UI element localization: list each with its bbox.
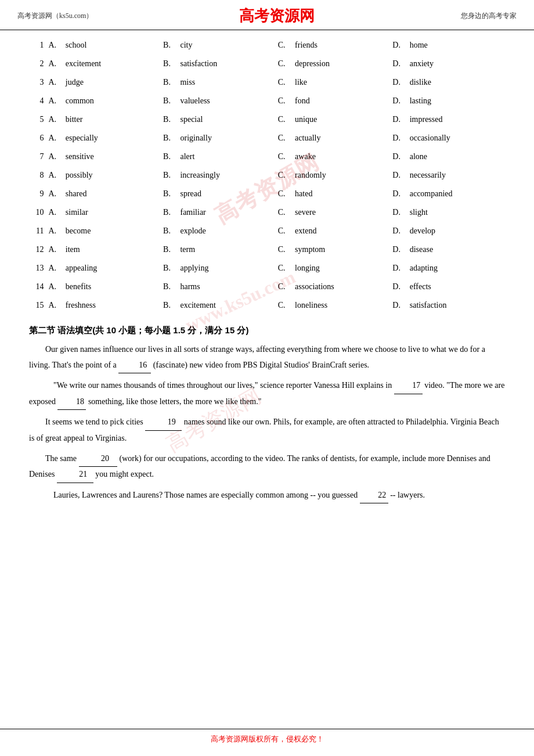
passage-p1: Our given names influence our lives in a… — [29, 342, 505, 373]
table-row: 3 A. judge B. miss C. like D. dislike — [29, 73, 505, 92]
option-c-value: friends — [293, 36, 390, 55]
option-a-label: A. — [46, 185, 63, 203]
option-a-value: shared — [63, 185, 161, 203]
option-b-label: B. — [161, 36, 178, 55]
option-d-label: D. — [390, 166, 407, 185]
option-c-value: actually — [293, 129, 390, 147]
option-c-label: C. — [276, 259, 293, 278]
option-d-label: D. — [390, 73, 407, 92]
table-row: 15 A. freshness B. excitement C. lonelin… — [29, 296, 505, 315]
section2-title: 第二节 语法填空(共 10 小题；每小题 1.5 分，满分 15 分) — [29, 325, 505, 336]
option-b-label: B. — [161, 147, 178, 166]
option-b-label: B. — [161, 222, 178, 240]
option-c-label: C. — [276, 203, 293, 222]
table-row: 14 A. benefits B. harms C. associations … — [29, 278, 505, 296]
option-a-label: A. — [46, 278, 63, 296]
option-b-label: B. — [161, 185, 178, 203]
option-a-value: similar — [63, 203, 161, 222]
option-c-label: C. — [276, 296, 293, 315]
blank-17: 17 — [394, 378, 423, 394]
table-row: 1 A. school B. city C. friends D. home — [29, 36, 505, 55]
option-d-label: D. — [390, 147, 407, 166]
option-a-value: possibly — [63, 166, 161, 185]
table-row: 11 A. become B. explode C. extend D. dev… — [29, 222, 505, 240]
option-d-label: D. — [390, 222, 407, 240]
table-row: 5 A. bitter B. special C. unique D. impr… — [29, 110, 505, 129]
question-number: 7 — [29, 147, 46, 166]
option-a-label: A. — [46, 222, 63, 240]
question-number: 1 — [29, 36, 46, 55]
option-b-label: B. — [161, 203, 178, 222]
option-b-label: B. — [161, 296, 178, 315]
option-c-label: C. — [276, 147, 293, 166]
passage-p4: The same 20 (work) for our occupations, … — [29, 451, 505, 483]
header-left-text: 高考资源网（ks5u.com） — [17, 11, 93, 21]
table-row: 10 A. similar B. familiar C. severe D. s… — [29, 203, 505, 222]
option-b-value: harms — [178, 278, 275, 296]
option-b-label: B. — [161, 129, 178, 147]
option-b-value: special — [178, 110, 275, 129]
option-d-value: slight — [407, 203, 505, 222]
blank-22: 22 — [360, 488, 388, 504]
option-a-value: judge — [63, 73, 161, 92]
option-c-value: awake — [293, 147, 390, 166]
question-number: 8 — [29, 166, 46, 185]
option-d-label: D. — [390, 203, 407, 222]
option-b-label: B. — [161, 73, 178, 92]
option-d-label: D. — [390, 296, 407, 315]
option-b-label: B. — [161, 110, 178, 129]
option-d-value: anxiety — [407, 55, 505, 73]
option-d-value: disease — [407, 240, 505, 259]
option-c-label: C. — [276, 129, 293, 147]
passage-p2: "We write our names thousands of times t… — [29, 378, 505, 410]
option-a-value: benefits — [63, 278, 161, 296]
table-row: 12 A. item B. term C. symptom D. disease — [29, 240, 505, 259]
question-number: 3 — [29, 73, 46, 92]
option-c-value: like — [293, 73, 390, 92]
option-d-label: D. — [390, 129, 407, 147]
page-footer: 高考资源网版权所有，侵权必究！ — [0, 729, 534, 744]
option-d-value: satisfaction — [407, 296, 505, 315]
header-right-text: 您身边的高考专家 — [461, 11, 517, 21]
option-d-value: dislike — [407, 73, 505, 92]
option-c-label: C. — [276, 55, 293, 73]
option-d-value: accompanied — [407, 185, 505, 203]
option-d-value: adapting — [407, 259, 505, 278]
main-content: 1 A. school B. city C. friends D. home 2… — [0, 30, 534, 520]
option-b-value: explode — [178, 222, 275, 240]
option-a-value: become — [63, 222, 161, 240]
option-a-label: A. — [46, 147, 63, 166]
table-row: 8 A. possibly B. increasingly C. randoml… — [29, 166, 505, 185]
option-c-label: C. — [276, 240, 293, 259]
option-a-label: A. — [46, 240, 63, 259]
option-a-value: excitement — [63, 55, 161, 73]
option-a-label: A. — [46, 55, 63, 73]
option-c-label: C. — [276, 36, 293, 55]
table-row: 9 A. shared B. spread C. hated D. accomp… — [29, 185, 505, 203]
option-a-label: A. — [46, 166, 63, 185]
option-a-value: sensitive — [63, 147, 161, 166]
option-c-value: unique — [293, 110, 390, 129]
page-header: 高考资源网（ks5u.com） 高考资源网 您身边的高考专家 — [0, 0, 534, 30]
blank-18: 18 — [57, 394, 86, 411]
option-c-value: associations — [293, 278, 390, 296]
question-number: 15 — [29, 296, 46, 315]
header-center-title: 高考资源网 — [239, 6, 315, 26]
table-row: 13 A. appealing B. applying C. longing D… — [29, 259, 505, 278]
table-row: 2 A. excitement B. satisfaction C. depre… — [29, 55, 505, 73]
option-d-value: occasionally — [407, 129, 505, 147]
option-c-label: C. — [276, 185, 293, 203]
table-row: 4 A. common B. valueless C. fond D. last… — [29, 92, 505, 110]
question-number: 2 — [29, 55, 46, 73]
passage-p3: It seems we tend to pick cities 19 names… — [29, 415, 505, 446]
table-row: 6 A. especially B. originally C. actuall… — [29, 129, 505, 147]
option-a-value: appealing — [63, 259, 161, 278]
option-c-value: longing — [293, 259, 390, 278]
blank-21: 21 — [57, 467, 93, 483]
question-number: 13 — [29, 259, 46, 278]
passage: Our given names influence our lives in a… — [29, 342, 505, 503]
option-d-value: lasting — [407, 92, 505, 110]
option-d-label: D. — [390, 240, 407, 259]
option-d-value: home — [407, 36, 505, 55]
option-d-value: necessarily — [407, 166, 505, 185]
